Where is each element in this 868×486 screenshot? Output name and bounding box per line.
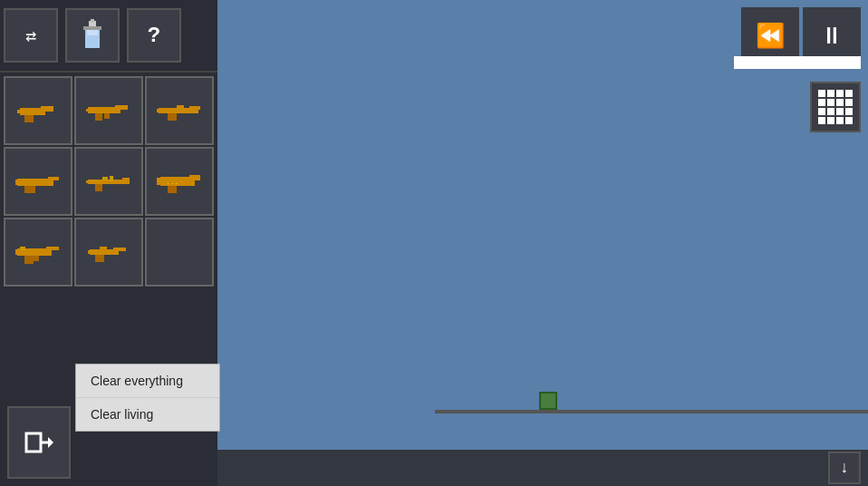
svg-rect-21 [24,186,35,193]
top-toolbar: ⇄ ? [0,0,217,73]
svg-rect-10 [115,105,128,110]
pistol-icon [15,97,61,124]
weapon-slot-sniper[interactable] [74,147,143,216]
help-button[interactable]: ? [127,8,181,63]
swap-button[interactable]: ⇄ [4,8,58,63]
weapon-grid: ... [0,73,217,290]
smg-icon [86,97,131,124]
svg-rect-39 [20,247,25,250]
svg-rect-11 [95,113,102,121]
svg-rect-26 [86,180,90,183]
svg-rect-32 [157,178,162,185]
svg-rect-44 [100,247,107,250]
svg-rect-38 [34,256,39,261]
bottom-left-area: Clear everything Clear living [0,395,217,486]
svg-rect-42 [95,255,104,262]
svg-rect-27 [102,177,108,180]
top-right-controls: ⏪ ⏸ [734,0,868,73]
download-icon: ↓ [840,459,850,477]
weapon-slot-empty[interactable] [145,218,214,287]
weapon-slot-shotgun[interactable] [4,147,72,216]
svg-rect-15 [189,106,200,110]
svg-rect-36 [24,256,34,264]
svg-rect-7 [24,115,34,122]
launcher-icon: ... [157,168,202,195]
svg-rect-35 [46,247,59,250]
svg-rect-31 [168,186,177,193]
grid-toggle-button[interactable] [810,82,861,132]
svg-rect-41 [113,248,126,251]
svg-rect-37 [15,249,20,255]
svg-rect-18 [177,105,184,109]
svg-rect-20 [48,177,59,180]
svg-rect-25 [95,184,102,191]
svg-rect-24 [122,178,130,180]
clear-living-button[interactable]: Clear living [76,398,219,431]
exit-button[interactable] [7,406,71,479]
bottom-right-element[interactable]: ↓ [828,452,861,484]
shotgun-icon [15,168,61,195]
bag-button[interactable] [65,8,120,63]
progress-bar [734,56,861,69]
svg-rect-6 [41,106,53,112]
rifle-icon [157,97,202,124]
minigun-icon [15,238,61,266]
bottle-icon [78,19,107,52]
grid-icon [818,90,853,124]
grenade-icon [86,238,131,266]
svg-rect-30 [189,175,200,180]
sniper-icon [86,168,131,195]
svg-rect-4 [91,19,94,23]
svg-rect-28 [110,176,113,181]
swap-icon: ⇄ [25,24,36,47]
svg-rect-3 [83,26,101,30]
context-menu: Clear everything Clear living [75,364,220,432]
exit-icon [23,426,55,459]
svg-rect-45 [26,433,41,452]
ground-platform [435,410,868,413]
help-icon: ? [148,24,160,48]
bottom-bar: ↓ [217,450,868,486]
svg-rect-17 [157,109,160,112]
svg-rect-12 [104,113,110,119]
weapon-slot-launcher[interactable]: ... [145,147,214,216]
progress-fill [734,56,861,69]
svg-marker-47 [48,437,53,448]
green-block [539,392,557,410]
svg-text:...: ... [166,178,178,186]
svg-rect-13 [86,109,90,112]
weapon-slot-rifle[interactable] [145,76,214,145]
weapon-slot-grenade[interactable] [74,218,143,287]
clear-everything-button[interactable]: Clear everything [76,364,219,398]
svg-rect-16 [168,113,177,121]
weapon-slot-smg[interactable] [74,76,143,145]
weapon-slot-pistol[interactable] [4,76,72,145]
svg-rect-43 [88,250,92,254]
svg-rect-22 [15,180,20,185]
svg-rect-8 [17,110,23,113]
rewind-icon: ⏪ [756,22,785,51]
weapon-slot-minigun[interactable] [4,218,72,287]
left-panel: ⇄ ? [0,0,217,486]
pause-icon: ⏸ [820,22,844,51]
